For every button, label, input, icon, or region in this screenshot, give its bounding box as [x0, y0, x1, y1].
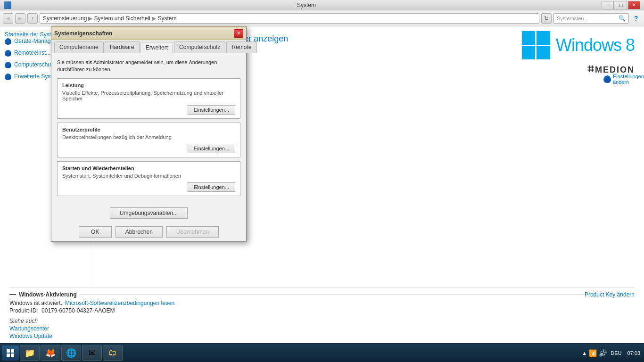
- lang-indicator[interactable]: DEU: [609, 350, 623, 356]
- speaker-tray-icon[interactable]: 🔊: [599, 349, 607, 357]
- starten-settings-button[interactable]: Einstellungen...: [188, 182, 235, 192]
- product-id-label: Produkt-ID:: [9, 307, 38, 314]
- starten-desc: Systemstart, Systemfehler und Debuginfor…: [62, 173, 235, 179]
- win8-logo-area: Windows 8 ⌗MEDION: [522, 31, 635, 75]
- help-button[interactable]: ?: [631, 13, 641, 24]
- dialog-overlay: Systemeigenschaften ✕ Computername Hardw…: [51, 26, 247, 242]
- network-icon: 🌐: [66, 347, 77, 359]
- umgebungsvariablen-button[interactable]: Umgebungsvariablen...: [110, 207, 188, 219]
- product-id-row: Produkt-ID: 00179-60750-04327-AAOEM: [9, 307, 585, 314]
- shield-icon-1: [5, 50, 12, 58]
- dialog-notice-text: Sie müssen als Administrator angemeldet …: [57, 59, 217, 72]
- win8-logo: Windows 8: [522, 31, 635, 59]
- also-see-title: Siehe auch: [9, 318, 635, 324]
- network-tray-icon[interactable]: 📶: [589, 349, 597, 357]
- dialog-close-button[interactable]: ✕: [234, 29, 243, 38]
- tray-arrow[interactable]: ▲: [582, 350, 587, 356]
- activation-license-link[interactable]: Microsoft-Softwarelizenzbedingungen lese…: [65, 300, 174, 306]
- taskbar-app-mail[interactable]: ✉: [82, 346, 102, 361]
- path-item-0: Systemsteuerung: [43, 15, 87, 22]
- path-item-1: System und Sicherheit: [94, 15, 150, 22]
- taskbar-app-win-explorer[interactable]: 🗂: [103, 346, 123, 361]
- activation-section: Windows-Aktivierung Windows ist aktivier…: [0, 288, 644, 316]
- search-icon: 🔍: [619, 15, 626, 22]
- also-see-link-0[interactable]: Wartungscenter: [9, 325, 635, 332]
- leistung-title: Leistung: [62, 82, 235, 88]
- benutzerprofile-title: Benutzerprofile: [62, 127, 235, 132]
- window-controls: ─ ◻ ✕: [602, 1, 640, 9]
- taskbar-app-explorer[interactable]: 📁: [20, 346, 40, 361]
- leistung-settings-button[interactable]: Einstellungen...: [188, 105, 235, 115]
- start-icon: [7, 349, 14, 357]
- maximize-button[interactable]: ◻: [615, 1, 627, 9]
- win8-squares: [522, 31, 550, 59]
- apply-button[interactable]: Übernehmen: [166, 226, 219, 238]
- medion-brand: MEDION: [595, 65, 635, 74]
- win8-text: Windows 8: [556, 35, 635, 55]
- benutzerprofile-desc: Desktopeinstellungen bezüglich der Anmel…: [62, 134, 235, 140]
- window-title: System: [11, 2, 602, 8]
- product-key-link[interactable]: Product Key ändern: [585, 291, 635, 298]
- win8-sq-1: [537, 31, 550, 45]
- starten-section: Starten und Wiederherstellen Systemstart…: [57, 161, 240, 196]
- env-btn-row: Umgebungsvariablen...: [51, 206, 246, 222]
- tab-computerschutz[interactable]: Computerschutz: [174, 41, 225, 53]
- dialog-tabs: Computername Hardware Erweitert Computer…: [51, 40, 246, 53]
- taskbar-app-network[interactable]: 🌐: [61, 346, 81, 361]
- search-placeholder: Systemsteu...: [557, 16, 617, 21]
- back-button[interactable]: ◀: [3, 13, 13, 24]
- brand-text: ⌗MEDION: [587, 62, 635, 75]
- address-bar: ◀ ▶ ↑ Systemsteuerung ▶ System und Siche…: [0, 10, 644, 26]
- tab-hardware[interactable]: Hardware: [105, 41, 140, 53]
- benutzerprofile-settings-button[interactable]: Einstellungen...: [188, 144, 235, 153]
- close-button[interactable]: ✕: [628, 1, 640, 9]
- activation-title-row: Windows-Aktivierung: [9, 291, 585, 298]
- clock[interactable]: 07:03: [625, 350, 642, 356]
- dialog-title-bar: Systemeigenschaften ✕: [51, 27, 246, 40]
- win8-text-number: 8: [626, 35, 635, 55]
- dialog-title: Systemeigenschaften: [54, 30, 112, 37]
- shield-icon-2: [5, 62, 12, 69]
- title-bar: System ─ ◻ ✕: [0, 0, 644, 10]
- also-see-link-1[interactable]: Windows Update: [9, 333, 635, 339]
- taskbar: 📁 🦊 🌐 ✉ 🗂 ▲ 📶 🔊 DEU 07:03: [0, 343, 644, 362]
- mail-icon: ✉: [86, 347, 98, 359]
- tab-erweitert[interactable]: Erweitert: [140, 42, 173, 53]
- minimize-button[interactable]: ─: [602, 1, 614, 9]
- address-path[interactable]: Systemsteuerung ▶ System und Sicherheit …: [40, 13, 539, 24]
- window-icon: [4, 1, 11, 9]
- dialog-footer: OK Abbrechen Übernehmen: [51, 222, 246, 241]
- cancel-button[interactable]: Abbrechen: [116, 226, 163, 238]
- bottom-area: Windows-Aktivierung Windows ist aktivier…: [0, 287, 644, 343]
- taskbar-tray: ▲ 📶 🔊 DEU 07:03: [582, 349, 642, 357]
- benutzerprofile-section: Benutzerprofile Desktopeinstellungen bez…: [57, 123, 240, 157]
- dialog-notice: Sie müssen als Administrator angemeldet …: [57, 59, 240, 74]
- win8-sq-3: [537, 46, 550, 60]
- sidebar-label-2: Computerschu...: [14, 61, 56, 68]
- also-see-section: Siehe auch Wartungscenter Windows Update: [0, 316, 644, 343]
- ok-button[interactable]: OK: [79, 226, 112, 238]
- leistung-section: Leistung Visuelle Effekte, Prozessorzeit…: [57, 78, 240, 119]
- path-item-2: System: [157, 15, 176, 22]
- win8-sq-0: [522, 31, 536, 45]
- win8-sq-2: [522, 46, 536, 60]
- forward-button[interactable]: ▶: [15, 13, 25, 24]
- starten-title: Starten und Wiederherstellen: [62, 165, 235, 171]
- sidebar-label-0: Geräte-Manag...: [14, 38, 55, 44]
- tab-computername[interactable]: Computername: [54, 41, 104, 53]
- shield-icon-0: [5, 38, 12, 46]
- activation-status: Windows ist aktiviert.: [9, 300, 62, 306]
- windowsexplorer-icon: 🗂: [107, 347, 118, 359]
- activation-dash: [9, 294, 16, 295]
- sidebar-label-1: Remoteeinst...: [14, 49, 50, 56]
- product-id-value: 00179-60750-04327-AAOEM: [41, 307, 115, 314]
- activation-status-row: Windows ist aktiviert. Microsoft-Softwar…: [9, 300, 585, 306]
- taskbar-app-firefox[interactable]: 🦊: [41, 346, 60, 361]
- search-box[interactable]: Systemsteu... 🔍: [553, 13, 629, 24]
- tab-remote[interactable]: Remote: [226, 41, 256, 53]
- shield-icon-3: [5, 74, 12, 81]
- refresh-button[interactable]: ↻: [541, 13, 552, 24]
- start-button[interactable]: [2, 346, 19, 361]
- activation-content: Windows-Aktivierung Windows ist aktivier…: [9, 291, 585, 314]
- up-button[interactable]: ↑: [27, 13, 38, 24]
